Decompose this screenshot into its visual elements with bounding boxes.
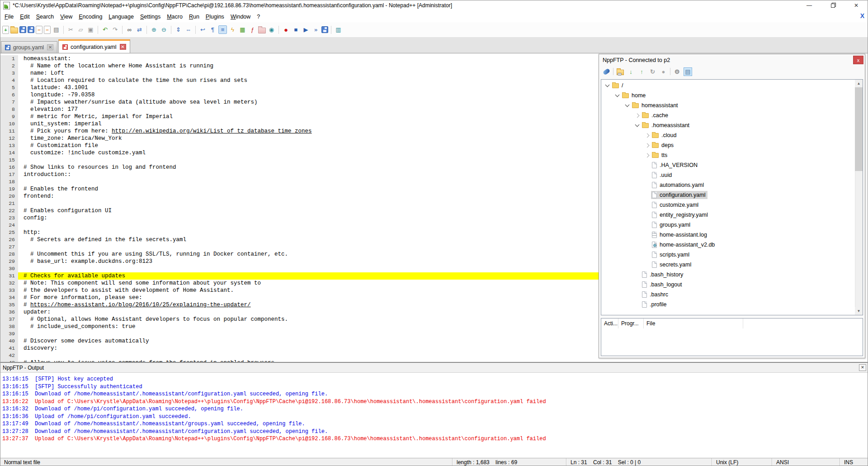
chevron-down-icon[interactable]: [623, 105, 631, 106]
download-icon[interactable]: ↓: [627, 67, 635, 76]
menu-plugins[interactable]: Plugins: [203, 12, 227, 21]
menu-encoding[interactable]: Encoding: [75, 12, 105, 21]
tree-item-deps[interactable]: deps: [601, 140, 863, 150]
chevron-right-icon[interactable]: [643, 144, 651, 147]
inline-url-link[interactable]: http://en.wikipedia.org/wiki/List_of_tz_…: [112, 128, 312, 134]
tree-item-home-assistant.log[interactable]: home-assistant.log: [601, 230, 863, 240]
editor-line[interactable]: 20frontend:: [0, 193, 599, 200]
connect-icon[interactable]: [602, 67, 611, 76]
open-cache-folder-icon[interactable]: [616, 67, 624, 76]
queue-column-File[interactable]: File: [644, 319, 743, 328]
indent-guide-icon[interactable]: ≡: [218, 25, 227, 34]
tree-item-entity_registry.yaml[interactable]: entity_registry.yaml: [601, 210, 863, 220]
editor-line[interactable]: 36updater:: [0, 309, 599, 316]
editor-line[interactable]: 41discovery:: [0, 345, 599, 352]
tab-close-icon[interactable]: ✕: [120, 44, 126, 50]
editor-line[interactable]: 23config:: [0, 214, 599, 222]
editor-line[interactable]: 26 # Secrets are defined in the file sec…: [0, 236, 599, 243]
restore-button[interactable]: [821, 0, 844, 11]
tab-groups.yaml[interactable]: groups.yaml✕: [1, 41, 57, 53]
minimize-button[interactable]: —: [797, 0, 821, 11]
editor-line[interactable]: 13 # Customization file: [0, 142, 599, 149]
scroll-up-icon[interactable]: ▲: [855, 80, 863, 87]
tree-item-automations.yaml[interactable]: automations.yaml: [601, 180, 863, 190]
queue-column-spacer[interactable]: [743, 319, 863, 328]
editor-line[interactable]: 38 # include_used_components: true: [0, 323, 599, 330]
close-document-icon[interactable]: X: [860, 13, 864, 19]
menu-help[interactable]: ?: [254, 12, 263, 21]
editor-line[interactable]: 5 latitude: 43.1001: [0, 84, 599, 91]
tree-item-root[interactable]: /: [601, 81, 863, 90]
nppftp-show-icon[interactable]: ▥: [334, 25, 343, 34]
editor-line[interactable]: 12 time_zone: America/New_York: [0, 135, 599, 142]
editor-line[interactable]: 17introduction::: [0, 171, 599, 178]
tree-item-.cache[interactable]: .cache: [601, 110, 863, 120]
editor-line[interactable]: 40# Discover some devices automatically: [0, 338, 599, 345]
menu-window[interactable]: Window: [227, 12, 254, 21]
editor-line[interactable]: 39: [0, 330, 599, 338]
chevron-down-icon[interactable]: [603, 85, 611, 86]
chevron-right-icon[interactable]: [643, 134, 651, 137]
tree-item-.uuid[interactable]: .uuid: [601, 170, 863, 180]
tab-configuration.yaml[interactable]: configuration.yaml✕: [58, 39, 130, 53]
tree-item-scripts.yaml[interactable]: scripts.yaml: [601, 250, 863, 260]
tree-item-tts[interactable]: tts: [601, 150, 863, 160]
shortcut-mapper-icon[interactable]: ϟ: [228, 25, 237, 34]
folder-as-workspace-icon[interactable]: [258, 28, 266, 33]
editor-line[interactable]: 8 elevation: 177: [0, 106, 599, 113]
tree-item-homeassistant[interactable]: homeassistant: [601, 100, 863, 110]
editor-line[interactable]: 15: [0, 157, 599, 164]
chevron-right-icon[interactable]: [643, 154, 651, 157]
tree-item-secrets.yaml[interactable]: secrets.yaml: [601, 260, 863, 270]
menu-file[interactable]: File: [1, 12, 17, 21]
editor-line[interactable]: 11 # Pick yours from here: http://en.wik…: [0, 128, 599, 135]
editor-line[interactable]: 6 longitude: -79.0358: [0, 91, 599, 99]
scroll-down-icon[interactable]: ▼: [855, 307, 863, 315]
queue-column-Progr...[interactable]: Progr...: [618, 319, 644, 328]
zoom-in-icon[interactable]: ⊕: [150, 25, 158, 34]
refresh-icon[interactable]: ↻: [648, 67, 657, 76]
upload-icon[interactable]: ↑: [637, 67, 646, 76]
inline-url-link[interactable]: https://home-assistant.io/blog/2016/10/2…: [30, 302, 251, 308]
function-list-icon[interactable]: ƒ: [248, 25, 257, 34]
editor-line[interactable]: 35# https://home-assistant.io/blog/2016/…: [0, 301, 599, 309]
save-all-icon[interactable]: [28, 26, 34, 33]
sync-horizontal-scrolling-icon[interactable]: ⇔: [184, 25, 193, 34]
editor-line[interactable]: 42: [0, 352, 599, 359]
replace-icon[interactable]: ⇄: [135, 25, 144, 34]
new-file-icon[interactable]: +: [2, 26, 9, 34]
save-file-icon[interactable]: [19, 26, 26, 33]
tab-close-icon[interactable]: ✕: [47, 44, 53, 50]
toggle-queue-window-icon[interactable]: ▤: [684, 67, 692, 76]
menu-edit[interactable]: Edit: [17, 12, 33, 21]
macro-save-icon[interactable]: [321, 26, 328, 33]
editor-line[interactable]: 27: [0, 243, 599, 251]
editor-line[interactable]: 1homeassistant:: [0, 55, 599, 62]
queue-column-Acti...[interactable]: Acti...: [601, 319, 618, 328]
editor-line[interactable]: 37 # Optional, allows Home Assistant dev…: [0, 316, 599, 323]
menu-run[interactable]: Run: [186, 12, 203, 21]
abort-icon[interactable]: ●: [659, 67, 668, 76]
nppftp-panel-close-button[interactable]: x: [853, 56, 863, 64]
chevron-right-icon[interactable]: [633, 114, 641, 117]
tree-item-.homeassistant[interactable]: .homeassistant: [601, 120, 863, 130]
macro-record-icon[interactable]: ●: [282, 25, 290, 34]
chevron-down-icon[interactable]: [613, 95, 621, 96]
editor-line[interactable]: 14 customize: !include customize.yaml: [0, 149, 599, 157]
editor-line[interactable]: 34# For more information, please see:: [0, 294, 599, 301]
menu-search[interactable]: Search: [33, 12, 57, 21]
show-all-characters-icon[interactable]: ¶: [208, 25, 217, 34]
sync-vertical-scrolling-icon[interactable]: ⇕: [174, 25, 183, 34]
find-icon[interactable]: ∞: [125, 25, 134, 34]
editor-line[interactable]: 9 # metric for Metric, imperial for Impe…: [0, 113, 599, 120]
macro-stop-icon[interactable]: ■: [292, 25, 300, 34]
word-wrap-icon[interactable]: ↩: [198, 25, 207, 34]
menu-view[interactable]: View: [57, 12, 75, 21]
tree-item-.profile[interactable]: .profile: [601, 300, 863, 309]
editor-line[interactable]: 28 # Uncomment this if you are using SSL…: [0, 251, 599, 258]
tree-item-home[interactable]: home: [601, 90, 863, 100]
editor-line[interactable]: 31# Checks for available updates: [0, 272, 599, 280]
open-file-icon[interactable]: [10, 28, 18, 33]
tree-item-.HA_VERSION[interactable]: .HA_VERSION: [601, 160, 863, 170]
editor-line[interactable]: 10 unit_system: imperial: [0, 120, 599, 128]
